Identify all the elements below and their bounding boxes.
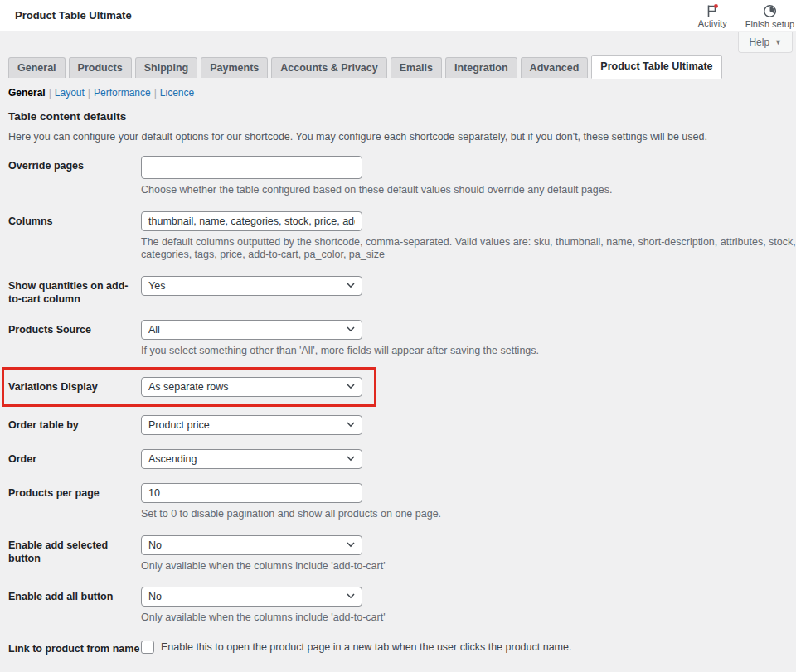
help-label: Help [749, 36, 769, 48]
field-label-variations-display: Variations Display [8, 377, 141, 394]
link-to-product-checkbox-label: Enable this to open the product page in … [161, 641, 571, 653]
field-label-products-per-page: Products per page [8, 483, 141, 500]
tab-accounts-privacy[interactable]: Accounts & Privacy [271, 57, 386, 78]
field-area: As separate rows [141, 377, 374, 397]
field-area: Product price [141, 415, 796, 435]
finish-setup-button[interactable]: Finish setup [745, 2, 794, 29]
field-label-columns: Columns [8, 211, 141, 228]
field-area: Set to 0 to disable pagination and show … [141, 483, 796, 521]
field-area: NoOnly available when the columns includ… [141, 587, 796, 625]
subnav-link-performance[interactable]: Performance [94, 87, 151, 99]
products-source-select[interactable]: All [141, 320, 362, 340]
tab-bar: GeneralProductsShippingPaymentsAccounts … [8, 56, 796, 80]
columns-input[interactable] [141, 211, 362, 231]
form-row: Show quantities on add-to-cart columnYes [0, 276, 796, 307]
settings-form: Override pagesChoose whether the table c… [0, 156, 796, 655]
form-row: Products per pageSet to 0 to disable pag… [0, 483, 796, 521]
help-text: Only available when the columns include … [141, 560, 796, 573]
tab-payments[interactable]: Payments [201, 57, 268, 78]
progress-pie-icon [763, 4, 777, 18]
tab-advanced[interactable]: Advanced [521, 57, 589, 78]
order-select-wrap: Ascending [141, 449, 362, 469]
top-header: Product Table Ultimate Activity Finish s… [0, 0, 796, 31]
subnav-link-licence[interactable]: Licence [160, 87, 194, 99]
subnav-link-layout[interactable]: Layout [55, 87, 85, 99]
subnav: General|Layout|Performance|Licence [8, 87, 796, 99]
products-source-select-wrap: All [141, 320, 362, 340]
field-label-products-source: Products Source [8, 320, 141, 336]
show-quantities-select[interactable]: Yes [141, 276, 362, 296]
enable-add-selected-select[interactable]: No [141, 535, 362, 555]
tab-general[interactable]: General [8, 57, 66, 78]
help-button[interactable]: Help ▼ [738, 32, 793, 53]
field-area: Choose whether the table configured base… [141, 156, 796, 197]
order-table-by-select[interactable]: Product price [141, 415, 362, 435]
field-label-link-to-product: Link to product from name [8, 639, 141, 655]
tab-product-table-ultimate[interactable]: Product Table Ultimate [591, 55, 721, 79]
activity-label: Activity [698, 18, 727, 28]
link-to-product-checkbox[interactable] [141, 641, 154, 654]
form-row: OrderAscending [0, 449, 796, 469]
enable-add-selected-select-wrap: No [141, 535, 362, 555]
field-label-override-pages: Override pages [8, 156, 141, 172]
field-label-show-quantities: Show quantities on add-to-cart column [8, 276, 141, 307]
flag-icon [705, 4, 720, 17]
help-text: The default columns outputted by the sho… [141, 236, 796, 262]
field-area: The default columns outputted by the sho… [141, 211, 796, 262]
field-area: AllIf you select something other than 'A… [141, 320, 796, 358]
products-per-page-input[interactable] [141, 483, 362, 503]
notification-dot [714, 4, 718, 8]
form-row: Products SourceAllIf you select somethin… [0, 320, 796, 358]
field-label-enable-add-all: Enable add all button [8, 587, 141, 603]
field-label-order: Order [8, 449, 141, 466]
field-area: Ascending [141, 449, 796, 469]
form-row: Enable add selected buttonNoOnly availab… [0, 535, 796, 573]
help-text: Choose whether the table configured base… [141, 184, 796, 197]
tab-shipping[interactable]: Shipping [135, 57, 197, 78]
form-row: Link to product from nameEnable this to … [0, 639, 796, 655]
tab-products[interactable]: Products [69, 57, 132, 78]
form-row: ColumnsThe default columns outputted by … [0, 211, 796, 262]
subnav-separator: | [49, 87, 51, 99]
form-row-highlighted: Variations DisplayAs separate rows [2, 367, 376, 407]
field-label-enable-add-selected: Enable add selected button [8, 535, 141, 566]
subnav-separator: | [88, 87, 90, 99]
show-quantities-select-wrap: Yes [141, 276, 362, 296]
section-description: Here you can configure your default opti… [8, 131, 788, 143]
form-row: Enable add all buttonNoOnly available wh… [0, 587, 796, 625]
form-row: Order table byProduct price [0, 415, 796, 435]
enable-add-all-select-wrap: No [141, 587, 362, 607]
header-actions: Activity Finish setup [698, 2, 794, 29]
subnav-current-general: General [8, 87, 46, 99]
variations-display-select[interactable]: As separate rows [141, 377, 362, 397]
override-pages-input[interactable] [141, 156, 362, 179]
enable-add-all-select[interactable]: No [141, 587, 362, 607]
activity-button[interactable]: Activity [698, 2, 727, 28]
page-title: Product Table Ultimate [15, 9, 132, 22]
field-area: Enable this to open the product page in … [141, 639, 796, 654]
form-row: Override pagesChoose whether the table c… [0, 156, 796, 197]
order-select[interactable]: Ascending [141, 449, 362, 469]
help-text: Set to 0 to disable pagination and show … [141, 508, 796, 521]
chevron-down-icon: ▼ [774, 38, 782, 46]
field-label-order-table-by: Order table by [8, 415, 141, 432]
variations-display-select-wrap: As separate rows [141, 377, 362, 397]
section-title: Table content defaults [8, 110, 796, 123]
field-area: NoOnly available when the columns includ… [141, 535, 796, 573]
finish-setup-label: Finish setup [745, 19, 794, 29]
tab-integration[interactable]: Integration [445, 57, 517, 78]
field-area: Yes [141, 276, 796, 296]
help-text: Only available when the columns include … [141, 612, 796, 625]
tab-emails[interactable]: Emails [391, 57, 442, 78]
help-text: If you select something other than 'All'… [141, 345, 796, 358]
subnav-separator: | [154, 87, 157, 99]
checkbox-group: Enable this to open the product page in … [141, 639, 796, 654]
order-table-by-select-wrap: Product price [141, 415, 362, 435]
